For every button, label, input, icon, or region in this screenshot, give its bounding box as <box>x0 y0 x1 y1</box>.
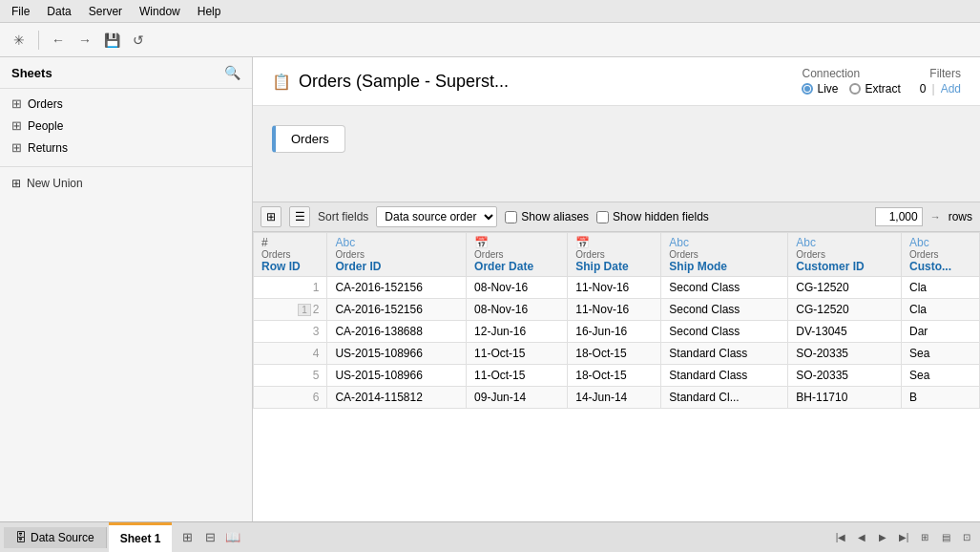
filters-count: 0 <box>920 82 927 96</box>
show-hidden-input[interactable] <box>596 211 609 223</box>
ship-mode-name: Ship Mode <box>669 260 780 273</box>
table-cell: SO-20335 <box>788 343 902 365</box>
table-cell: Standard Cl... <box>661 387 788 409</box>
table-cell: 1 <box>254 277 327 299</box>
show-aliases-input[interactable] <box>505 211 517 223</box>
sidebar-header: Sheets 🔍 <box>0 57 252 89</box>
table-cell: CA-2016-138688 <box>327 321 467 343</box>
table-cell: 4 <box>254 343 327 365</box>
nav-next-icon[interactable]: ▶ <box>873 528 892 547</box>
table-cell: 11-Oct-15 <box>467 343 568 365</box>
search-icon[interactable]: 🔍 <box>224 65 240 80</box>
extract-label: Extract <box>865 82 900 96</box>
sheet1-tab[interactable]: Sheet 1 <box>109 522 173 553</box>
nav-first-icon[interactable]: |◀ <box>831 528 850 547</box>
live-radio[interactable]: Live <box>802 82 838 96</box>
table-pill-orders[interactable]: Orders <box>272 125 345 153</box>
list-view-button[interactable]: ☰ <box>289 206 310 227</box>
menu-window[interactable]: Window <box>132 3 188 20</box>
table-cell: SO-20335 <box>788 365 902 387</box>
table-row: 6CA-2014-11581209-Jun-1414-Jun-14Standar… <box>254 387 980 409</box>
show-aliases-label: Show aliases <box>521 210 589 223</box>
extract-radio[interactable]: Extract <box>849 82 900 96</box>
row-id-source: Orders <box>261 249 319 260</box>
table-cell: 5 <box>254 365 327 387</box>
sidebar-divider <box>0 166 252 167</box>
new-union-button[interactable]: ⊞ New Union <box>0 171 252 196</box>
show-aliases-checkbox[interactable]: Show aliases <box>505 210 589 223</box>
add-worksheet-icon[interactable]: ⊞ <box>177 528 197 547</box>
toolbar: ✳ ← → 💾 ↺ <box>0 23 980 57</box>
col-header-order-id[interactable]: Abc Orders Order ID <box>327 233 467 277</box>
forward-button[interactable]: → <box>73 29 96 52</box>
ship-date-source: Orders <box>575 249 653 260</box>
add-dashboard-icon[interactable]: ⊟ <box>200 528 219 547</box>
sidebar-item-people[interactable]: ⊞ People <box>0 115 252 137</box>
rows-label: rows <box>949 210 972 223</box>
back-button[interactable]: ← <box>47 29 70 52</box>
sidebar-item-returns[interactable]: ⊞ Returns <box>0 137 252 159</box>
menu-server[interactable]: Server <box>81 3 130 20</box>
ship-date-name: Ship Date <box>575 260 653 273</box>
data-source-label: Data Source <box>31 531 94 544</box>
sidebar-item-orders[interactable]: ⊞ Orders <box>0 93 252 115</box>
table-cell: 14-Jun-14 <box>568 387 661 409</box>
connection-title-text: Orders (Sample - Superst... <box>299 72 509 92</box>
col-header-customer-id[interactable]: Abc Orders Customer ID <box>788 233 902 277</box>
ship-mode-type-icon: Abc <box>669 236 778 249</box>
order-id-source: Orders <box>335 249 458 260</box>
data-source-tab[interactable]: 🗄 Data Source <box>4 527 107 548</box>
col-header-ship-date[interactable]: 📅 Orders Ship Date <box>568 233 661 277</box>
table-cell: 08-Nov-16 <box>467 299 568 321</box>
filters-label: Filters <box>929 67 961 80</box>
table-row: 12CA-2016-15215608-Nov-1611-Nov-16Second… <box>254 299 980 321</box>
add-story-icon[interactable]: 📖 <box>223 528 242 547</box>
order-date-type-icon: 📅 <box>474 236 557 249</box>
add-filter-button[interactable]: Add <box>941 82 961 96</box>
grid-view-button[interactable]: ⊞ <box>261 206 281 227</box>
nav-last-icon[interactable]: ▶| <box>894 528 913 547</box>
order-date-source: Orders <box>474 249 559 260</box>
refresh-button[interactable]: ↺ <box>127 29 150 52</box>
main-layout: Sheets 🔍 ⊞ Orders ⊞ People ⊞ Returns ⊞ N… <box>0 57 980 521</box>
menu-data[interactable]: Data <box>39 3 78 20</box>
fit-icon[interactable]: ⊡ <box>957 528 976 547</box>
table-cell: Dar <box>902 321 980 343</box>
table-cell: CA-2016-152156 <box>327 277 467 299</box>
home-icon[interactable]: ✳ <box>8 29 31 52</box>
col-header-customer[interactable]: Abc Orders Custo... <box>902 233 980 277</box>
show-hidden-checkbox[interactable]: Show hidden fields <box>596 210 709 223</box>
ship-date-type-icon: 📅 <box>575 236 651 249</box>
grid-icon[interactable]: ⊞ <box>915 528 934 547</box>
save-button[interactable]: 💾 <box>100 29 123 52</box>
sort-fields-select[interactable]: Data source order Alphabetical <box>376 206 497 227</box>
menu-file[interactable]: File <box>4 3 37 20</box>
customer-type-icon: Abc <box>909 236 970 249</box>
sheets-label: Sheets <box>11 66 52 80</box>
extract-radio-dot <box>849 83 861 95</box>
customer-id-source: Orders <box>796 249 893 260</box>
returns-label: Returns <box>28 141 68 155</box>
table-body: 1CA-2016-15215608-Nov-1611-Nov-16Second … <box>254 277 980 409</box>
col-header-order-date[interactable]: 📅 Orders Order Date <box>467 233 568 277</box>
table-cell: CG-12520 <box>788 299 902 321</box>
table-pill-label: Orders <box>291 132 329 146</box>
table-cell: 11-Nov-16 <box>568 277 661 299</box>
ship-mode-source: Orders <box>669 249 780 260</box>
col-header-ship-mode[interactable]: Abc Orders Ship Mode <box>661 233 788 277</box>
sort-fields-label: Sort fields <box>318 210 368 223</box>
table-cell: Standard Class <box>661 343 788 365</box>
col-header-row-id[interactable]: # Orders Row ID <box>254 233 327 277</box>
table-cell: 16-Jun-16 <box>568 321 661 343</box>
list-icon[interactable]: ▤ <box>936 528 955 547</box>
rows-input[interactable]: 1,000 <box>875 207 923 226</box>
show-hidden-label: Show hidden fields <box>613 210 709 223</box>
toolbar-divider <box>38 31 39 50</box>
connection-section: Connection Live Extract <box>802 67 900 96</box>
table-cell: 18-Oct-15 <box>568 343 661 365</box>
nav-prev-icon[interactable]: ◀ <box>852 528 871 547</box>
grid-toolbar: ⊞ ☰ Sort fields Data source order Alphab… <box>253 202 980 232</box>
menu-help[interactable]: Help <box>190 3 229 20</box>
table-cell: CG-12520 <box>788 277 902 299</box>
table-cell: 09-Jun-14 <box>467 387 568 409</box>
